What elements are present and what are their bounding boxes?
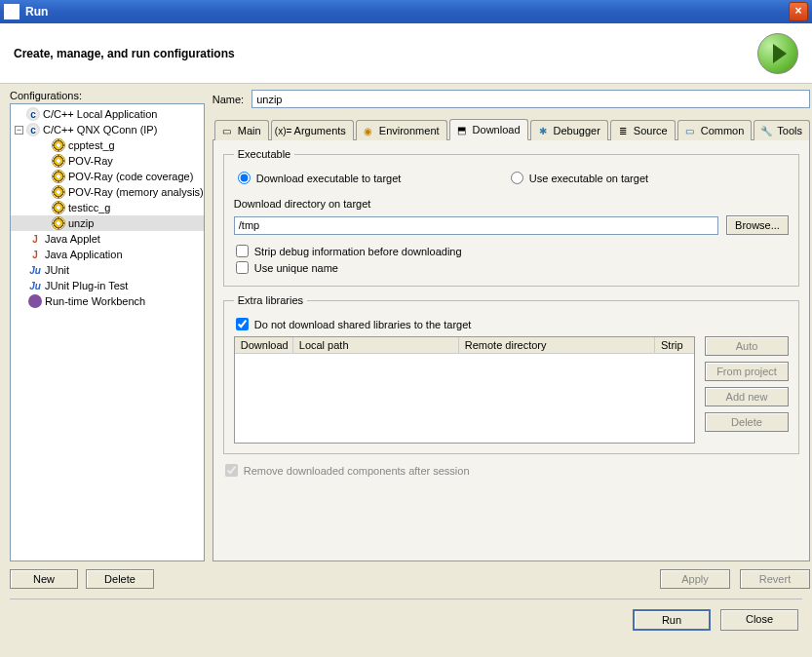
java-applet-icon: J: [28, 232, 42, 246]
play-icon: [773, 44, 787, 63]
auto-button[interactable]: Auto: [705, 336, 789, 356]
download-dir-label: Download directory on target: [234, 198, 789, 210]
extra-libs-legend: Extra libraries: [234, 294, 307, 306]
run-big-button[interactable]: [757, 33, 798, 74]
tree-item-testicc[interactable]: testicc_g: [11, 200, 204, 215]
delete-config-button[interactable]: Delete: [86, 569, 154, 589]
close-icon[interactable]: ×: [789, 2, 808, 21]
close-button[interactable]: Close: [720, 609, 798, 631]
strip-checkbox-row[interactable]: Strip debug information before downloadi…: [236, 245, 789, 257]
tree-item-c-qnx[interactable]: − c C/C++ QNX QConn (IP): [11, 122, 204, 137]
executable-legend: Executable: [234, 148, 294, 160]
titlebar: Run ×: [0, 0, 812, 23]
tab-arguments[interactable]: (x)=Arguments: [271, 120, 354, 140]
target-icon: [52, 201, 65, 214]
revert-button[interactable]: Revert: [740, 569, 810, 589]
tree-item-povray-cov[interactable]: POV-Ray (code coverage): [11, 169, 204, 184]
junit-icon: Ju: [28, 263, 42, 277]
radio-download-exec[interactable]: Download executable to target: [238, 172, 511, 184]
strip-checkbox[interactable]: [236, 245, 249, 257]
apply-button[interactable]: Apply: [660, 569, 730, 589]
window-title: Run: [25, 5, 48, 19]
tree-item-junit[interactable]: Ju JUnit: [11, 262, 204, 278]
collapse-icon[interactable]: −: [15, 126, 23, 135]
executable-group: Executable Download executable to target…: [223, 148, 799, 287]
unique-checkbox[interactable]: [236, 261, 249, 274]
remove-after-checkbox: [225, 464, 238, 477]
browse-button[interactable]: Browse...: [726, 215, 789, 235]
tab-download[interactable]: ⬒Download: [449, 119, 528, 140]
name-label: Name:: [213, 94, 244, 105]
environment-icon: ◉: [362, 124, 375, 137]
download-icon: ⬒: [455, 123, 469, 136]
junit-plugin-icon: Ju: [28, 279, 42, 292]
c-qnx-icon: c: [26, 123, 40, 136]
main-icon: ▭: [220, 124, 234, 137]
add-new-button[interactable]: Add new: [705, 387, 789, 406]
source-icon: ≣: [616, 124, 630, 137]
target-icon: [52, 138, 65, 152]
unique-checkbox-row[interactable]: Use unique name: [236, 261, 789, 274]
nolibs-checkbox[interactable]: [236, 318, 249, 330]
c-app-icon: c: [26, 107, 40, 121]
remove-after-row: Remove downloaded components after sessi…: [225, 464, 799, 477]
java-app-icon: J: [28, 248, 42, 261]
delete-lib-button[interactable]: Delete: [705, 412, 789, 432]
arguments-icon: (x)=: [277, 124, 290, 137]
target-icon: [52, 216, 65, 230]
configurations-tree[interactable]: c C/C++ Local Application − c C/C++ QNX …: [10, 103, 205, 561]
tab-source[interactable]: ≣Source: [610, 120, 676, 140]
tree-item-povray[interactable]: POV-Ray: [11, 153, 204, 169]
radio-use-exec-input[interactable]: [511, 172, 523, 184]
tree-item-cpptest[interactable]: cpptest_g: [11, 137, 204, 153]
tree-item-c-local[interactable]: c C/C++ Local Application: [11, 106, 204, 122]
radio-download-exec-input[interactable]: [238, 172, 251, 184]
target-icon: [52, 185, 65, 199]
tab-tools[interactable]: 🔧Tools: [754, 120, 810, 140]
header: Create, manage, and run configurations: [0, 23, 812, 84]
tab-main[interactable]: ▭Main: [214, 120, 269, 140]
tree-item-junit-plugin[interactable]: Ju JUnit Plug-in Test: [11, 278, 204, 293]
target-icon: [52, 170, 65, 183]
tab-download-content: Executable Download executable to target…: [213, 140, 810, 561]
header-title: Create, manage, and run configurations: [14, 47, 235, 60]
tab-common[interactable]: ▭Common: [677, 120, 753, 140]
tree-item-unzip[interactable]: unzip: [11, 215, 204, 231]
tabs: ▭Main (x)=Arguments ◉Environment ⬒Downlo…: [213, 118, 810, 140]
th-localpath[interactable]: Local path: [293, 337, 459, 353]
tree-item-java-app[interactable]: J Java Application: [11, 247, 204, 262]
debugger-icon: ✱: [536, 124, 550, 137]
th-remotedir[interactable]: Remote directory: [459, 337, 655, 353]
tree-item-java-applet[interactable]: J Java Applet: [11, 231, 204, 247]
app-icon: [4, 4, 19, 19]
tools-icon: 🔧: [759, 124, 773, 137]
extra-libs-group: Extra libraries Do not download shared l…: [223, 294, 799, 454]
tab-environment[interactable]: ◉Environment: [356, 120, 447, 140]
th-download[interactable]: Download: [235, 337, 293, 353]
target-icon: [52, 154, 65, 168]
nolibs-checkbox-row[interactable]: Do not download shared libraries to the …: [236, 318, 789, 330]
configurations-label: Configurations:: [10, 90, 205, 101]
tab-debugger[interactable]: ✱Debugger: [530, 120, 608, 140]
tree-item-povray-mem[interactable]: POV-Ray (memory analysis): [11, 184, 204, 200]
common-icon: ▭: [683, 124, 697, 137]
runtime-icon: [28, 294, 42, 308]
th-strip[interactable]: Strip: [655, 337, 694, 353]
libs-table[interactable]: Download Local path Remote directory Str…: [234, 336, 695, 444]
from-project-button[interactable]: From project: [705, 362, 789, 381]
new-button[interactable]: New: [10, 569, 78, 589]
run-button[interactable]: Run: [633, 609, 711, 631]
name-input[interactable]: [251, 90, 810, 108]
tree-item-runtime-wb[interactable]: Run-time Workbench: [11, 293, 204, 309]
download-dir-input[interactable]: [234, 216, 718, 235]
radio-use-exec[interactable]: Use executable on target: [511, 172, 648, 184]
